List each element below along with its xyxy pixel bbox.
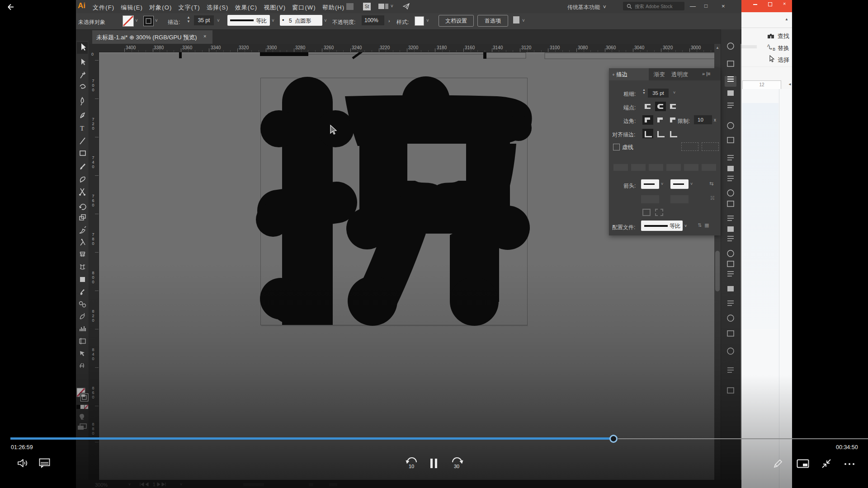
svg-text:30: 30 [454, 464, 459, 469]
svg-text:10: 10 [409, 464, 414, 469]
